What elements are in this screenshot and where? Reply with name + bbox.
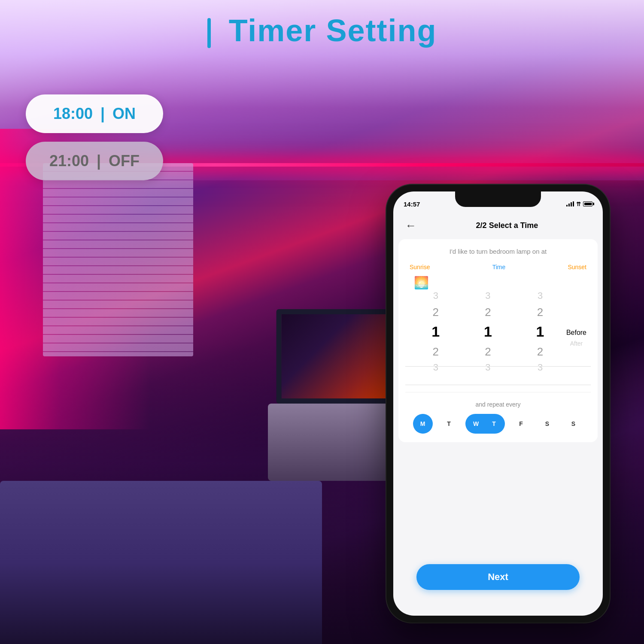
drum-column-2[interactable]: 3 2 1 2 3	[462, 289, 514, 374]
drum-num-1a: 1	[431, 322, 440, 342]
before-after-column: Before After	[566, 317, 586, 347]
drum-num-2a: 2	[433, 304, 439, 320]
drum-num-c3-2a: 2	[537, 304, 543, 320]
drum-num-c2-2b: 2	[485, 344, 491, 359]
drum-column-1[interactable]: 3 2 1 2 3	[410, 289, 462, 374]
time-picker-drum[interactable]: 3 2 1 2 3 3 2 1 2 3	[405, 293, 591, 371]
page-title: Timer Setting	[0, 13, 644, 48]
battery-icon	[583, 201, 592, 207]
day-wednesday[interactable]: W	[465, 414, 485, 434]
sunrise-icon: 🌅	[414, 276, 429, 290]
wifi-icon: ⇈	[576, 201, 581, 207]
status-icons: ⇈	[566, 201, 592, 207]
day-buttons-row: M T W T	[410, 414, 586, 434]
timer-badge-off: 21:00 | OFF	[26, 142, 163, 180]
timer-badges-container: 18:00 | ON 21:00 | OFF	[26, 94, 163, 189]
day-range-wt: W T	[465, 414, 505, 434]
bed-area	[0, 481, 322, 644]
app-header: ← 2/2 Select a Time	[393, 214, 603, 239]
timer-off-time: 21:00	[49, 152, 89, 170]
status-time: 14:57	[404, 200, 420, 208]
timer-on-time: 18:00	[53, 105, 93, 123]
app-content: I'd like to turn bedroom lamp on at Sunr…	[398, 239, 598, 442]
drum-num-c3-3a: 3	[538, 289, 543, 303]
day-monday[interactable]: M	[413, 414, 433, 434]
phone-screen: 14:57 ⇈ ← 2/2 Select a Ti	[393, 191, 603, 616]
drum-num-c2-3a: 3	[485, 289, 490, 303]
next-button-container: Next	[393, 564, 603, 590]
phone-notch	[455, 191, 541, 207]
drum-num-c2-1a: 1	[484, 322, 492, 342]
drum-column-3[interactable]: 3 2 1 2 3	[514, 289, 566, 374]
day-tuesday[interactable]: T	[439, 414, 459, 434]
next-button[interactable]: Next	[416, 564, 580, 590]
sunset-label: Sunset	[568, 264, 586, 270]
divider-1	[405, 392, 591, 392]
drum-num-2b: 2	[433, 344, 439, 359]
timer-on-separator: |	[96, 105, 109, 123]
time-label: Time	[492, 264, 506, 270]
window-blinds	[43, 163, 193, 356]
timer-off-action: OFF	[109, 152, 140, 170]
title-text: Timer Setting	[229, 13, 437, 48]
after-label: After	[570, 340, 583, 347]
before-label: Before	[566, 329, 586, 337]
timer-off-separator: |	[92, 152, 105, 170]
next-button-label: Next	[488, 571, 508, 583]
timer-badge-on: 18:00 | ON	[26, 94, 163, 133]
signal-icon	[566, 201, 574, 207]
page-header: Timer Setting	[0, 13, 644, 48]
screen-title: 2/2 Select a Time	[420, 221, 594, 230]
repeat-section: and repeat every M T	[405, 401, 591, 434]
phone-device: 14:57 ⇈ ← 2/2 Select a Ti	[386, 185, 610, 623]
back-button[interactable]: ←	[402, 217, 420, 234]
day-thursday[interactable]: T	[485, 414, 505, 434]
title-bar-decoration	[207, 18, 211, 48]
day-saturday[interactable]: S	[538, 414, 557, 434]
day-friday[interactable]: F	[511, 414, 531, 434]
description-text: I'd like to turn bedroom lamp on at	[405, 248, 591, 255]
drum-num-c3-1: 1	[536, 322, 544, 342]
drum-num-3a: 3	[433, 289, 438, 303]
timer-on-action: ON	[112, 105, 136, 123]
repeat-label: and repeat every	[410, 401, 586, 408]
day-sunday[interactable]: S	[564, 414, 583, 434]
drum-num-c3-2b: 2	[537, 344, 543, 359]
sunrise-label: Sunrise	[410, 264, 430, 270]
phone-container: 14:57 ⇈ ← 2/2 Select a Ti	[386, 185, 610, 623]
time-picker-header: Sunrise Time Sunset	[405, 264, 591, 270]
drum-num-c2-2a: 2	[485, 304, 491, 320]
